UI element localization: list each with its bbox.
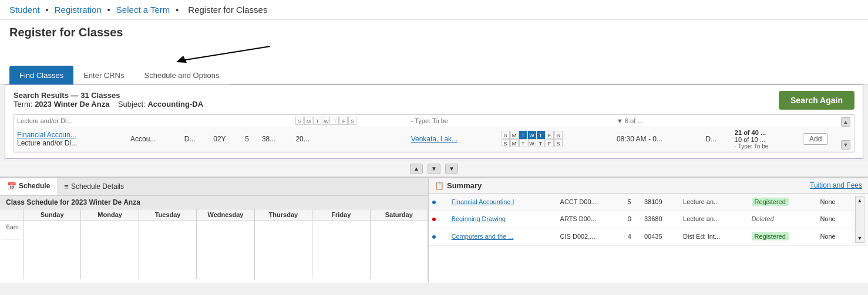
add-button[interactable]: Add bbox=[803, 133, 828, 145]
result-col6 bbox=[259, 115, 292, 127]
page-title: Register for Classes bbox=[0, 20, 868, 42]
tuition-fees-link[interactable]: Tuition and Fees bbox=[810, 181, 862, 189]
svg-line-0 bbox=[182, 46, 270, 60]
schedule-tab-label: Schedule bbox=[19, 182, 50, 190]
table-row: Lecture and/or Di... S M T W T F bbox=[14, 115, 854, 127]
status-badge-registered-1: Registered bbox=[752, 198, 789, 206]
summary-bullet-1 bbox=[429, 194, 448, 211]
schedule-area: 📅 Schedule ≡ Schedule Details Class Sche… bbox=[0, 178, 429, 283]
summary-dept-1: ACCT D00... bbox=[557, 194, 624, 211]
tab-schedule-options[interactable]: Schedule and Options bbox=[134, 66, 230, 84]
summary-type-1: Lecture an... bbox=[679, 194, 748, 211]
result-col2 bbox=[127, 115, 181, 127]
summary-grade-1: None bbox=[816, 194, 852, 211]
nav-up-button[interactable]: ▲ bbox=[410, 164, 423, 174]
result-col5 bbox=[242, 115, 259, 127]
calendar-icon: 📅 bbox=[7, 182, 16, 191]
search-again-button[interactable]: Search Again bbox=[779, 91, 854, 110]
summary-crn-1: 38109 bbox=[641, 194, 679, 211]
course-subtitle: Lecture and/or Di... bbox=[17, 139, 77, 147]
day-W-hl: W bbox=[528, 131, 536, 139]
summary-bullet-2 bbox=[429, 211, 448, 228]
result-days: S M T W T F S bbox=[292, 115, 408, 127]
time-6am: 6am bbox=[2, 222, 21, 240]
sunday-header: Sunday bbox=[23, 209, 81, 220]
schedule-details-tab-label: Schedule Details bbox=[71, 182, 124, 191]
summary-header: 📋 Summary Tuition and Fees bbox=[429, 178, 868, 194]
saturday-col bbox=[371, 221, 428, 279]
breadcrumb-sep-2: • bbox=[107, 5, 112, 15]
result-capacity-main: 21 of 40 ... 10 of 10 ... - Type: To be bbox=[732, 127, 800, 152]
results-table: Lecture and/or Di... S M T W T F bbox=[14, 115, 854, 152]
summary-crn-2: 33680 bbox=[641, 211, 679, 228]
summary-scroll-col: ▲ ▼ bbox=[852, 194, 868, 246]
nav-down-button[interactable]: ▼ bbox=[428, 164, 440, 174]
day-S2-r2: S bbox=[554, 139, 563, 147]
nav-controls: ▲ ▼ ▼ bbox=[0, 161, 868, 177]
result-instructor: Venkata, Lak... bbox=[408, 127, 499, 152]
term-label: Term: bbox=[14, 100, 33, 108]
summary-crn-3: 00435 bbox=[641, 228, 679, 245]
result-section-code: D... bbox=[181, 127, 210, 152]
summary-scroll-down[interactable]: ▼ bbox=[857, 235, 863, 241]
schedule-grid-header: Sunday Monday Tuesday Wednesday Thursday… bbox=[0, 209, 428, 221]
summary-type-2: Lecture an... bbox=[679, 211, 748, 228]
breadcrumb-student[interactable]: Student bbox=[9, 5, 40, 15]
result-section-num: 02Y bbox=[210, 127, 242, 152]
summary-row-1: Financial Accounting I ACCT D00... 5 381… bbox=[429, 194, 868, 211]
day-cell-row2: S M T W T F S bbox=[502, 139, 611, 147]
scroll-down-arrow[interactable]: ▼ bbox=[841, 140, 850, 150]
friday-header: Friday bbox=[312, 209, 370, 220]
saturday-header: Saturday bbox=[371, 209, 428, 220]
day-S2: S bbox=[554, 131, 563, 139]
arrow-svg bbox=[164, 42, 282, 65]
search-results-meta: Term: 2023 Winter De Anza Subject: Accou… bbox=[14, 100, 203, 108]
summary-credits-2: 0 bbox=[624, 211, 641, 228]
schedule-tabs: 📅 Schedule ≡ Schedule Details bbox=[0, 178, 428, 196]
result-title: Lecture and/or Di... bbox=[14, 115, 127, 127]
summary-course-link-1[interactable]: Financial Accounting I bbox=[452, 198, 514, 205]
breadcrumb-sep-1: • bbox=[45, 5, 51, 15]
wednesday-header: Wednesday bbox=[197, 209, 254, 220]
result-type: - Type: To be bbox=[408, 115, 499, 127]
tab-schedule-details[interactable]: ≡ Schedule Details bbox=[57, 178, 131, 195]
tuesday-col bbox=[139, 221, 197, 279]
result-section-letter: D... bbox=[703, 127, 732, 152]
result-crn: 38... bbox=[259, 127, 292, 152]
result-capacity: ▼ 6 of ... bbox=[614, 115, 703, 127]
summary-icon: 📋 bbox=[435, 181, 444, 190]
tab-find-classes[interactable]: Find Classes bbox=[9, 66, 73, 84]
sunday-col bbox=[23, 221, 81, 279]
thursday-header: Thursday bbox=[255, 209, 312, 220]
summary-title-text: Summary bbox=[447, 181, 482, 190]
day-S2: S bbox=[348, 117, 356, 125]
search-results-header: Search Results — 31 Classes Term: 2023 W… bbox=[14, 91, 854, 110]
scroll-arrows-right: ▲ bbox=[841, 117, 850, 127]
summary-course-link-3[interactable]: Computers and the ... bbox=[452, 233, 514, 240]
time-column: 6am bbox=[0, 221, 23, 279]
result-col4 bbox=[210, 115, 242, 127]
scroll-up-arrow[interactable]: ▲ bbox=[841, 117, 850, 127]
summary-credits-1: 5 bbox=[624, 194, 641, 211]
summary-scroll-up[interactable]: ▲ bbox=[857, 198, 863, 204]
result-credits: 5 bbox=[242, 127, 259, 152]
day-T-hl: T bbox=[519, 131, 527, 139]
nav-more-button[interactable]: ▼ bbox=[445, 164, 458, 174]
day-M1: M bbox=[304, 117, 312, 125]
breadcrumb-select-term[interactable]: Select a Term bbox=[116, 5, 170, 15]
course-link[interactable]: Financial Accoun... bbox=[17, 131, 76, 139]
day-T2-hl: T bbox=[537, 131, 545, 139]
summary-row-3: Computers and the ... CIS D002,... 4 004… bbox=[429, 228, 868, 245]
breadcrumb-registration[interactable]: Registration bbox=[55, 5, 102, 15]
svg-marker-1 bbox=[176, 56, 187, 63]
results-table-container: ▲ Lecture and/or Di... S M T bbox=[14, 114, 854, 152]
tab-enter-crns[interactable]: Enter CRNs bbox=[73, 66, 134, 84]
tab-schedule[interactable]: 📅 Schedule bbox=[0, 178, 57, 195]
subject-value: Accounting-DA bbox=[147, 100, 203, 108]
day-M: M bbox=[510, 131, 519, 139]
summary-course-link-2[interactable]: Beginning Drawing bbox=[452, 215, 506, 222]
tuesday-header: Tuesday bbox=[139, 209, 197, 220]
tabs-bar: Find Classes Enter CRNs Schedule and Opt… bbox=[0, 65, 868, 84]
instructor-link[interactable]: Venkata, Lak... bbox=[411, 135, 457, 143]
status-badge-deleted-2: Deleted bbox=[752, 215, 774, 222]
